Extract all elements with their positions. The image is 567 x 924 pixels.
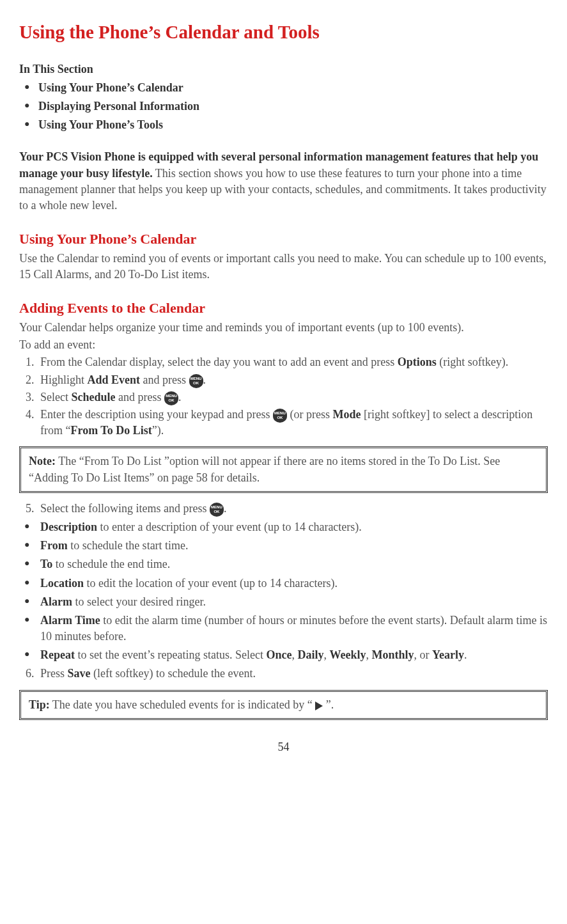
- item-description: Description to enter a description of yo…: [19, 519, 548, 535]
- section-item: Using Your Phone’s Tools: [19, 117, 548, 133]
- menu-ok-icon: MENUOK: [210, 503, 224, 517]
- item-to: To to schedule the end time.: [19, 556, 548, 572]
- note-box: Note: The “From To Do List ”option will …: [19, 446, 548, 492]
- tip-text-b: ”.: [323, 698, 334, 711]
- item-location: Location to edit the location of your ev…: [19, 576, 548, 591]
- tip-box: Tip: The date you have scheduled events …: [19, 690, 548, 720]
- step-1: From the Calendar display, select the da…: [37, 354, 548, 370]
- item-from: From to schedule the start time.: [19, 538, 548, 554]
- tip-label: Tip:: [29, 698, 50, 711]
- menu-ok-icon: MENUOK: [164, 391, 178, 405]
- step-2: Highlight Add Event and press MENUOK.: [37, 372, 548, 388]
- steps-list-6: Press Save (left softkey) to schedule th…: [19, 666, 548, 682]
- intro-paragraph: Your PCS Vision Phone is equipped with s…: [19, 149, 548, 214]
- adding-paragraph: Your Calendar helps organize your time a…: [19, 320, 548, 336]
- tip-text-a: The date you have scheduled events for i…: [50, 698, 316, 711]
- heading-adding-events: Adding Events to the Calendar: [19, 299, 548, 318]
- steps-list: From the Calendar display, select the da…: [19, 354, 548, 439]
- step-3: Select Schedule and press MENUOK.: [37, 389, 548, 405]
- page-title: Using the Phone’s Calendar and Tools: [19, 19, 548, 45]
- item-alarm-time: Alarm Time to edit the alarm time (numbe…: [19, 613, 548, 645]
- item-repeat: Repeat to set the event’s repeating stat…: [19, 647, 548, 663]
- in-this-section-label: In This Section: [19, 61, 548, 77]
- step-6: Press Save (left softkey) to schedule th…: [37, 666, 548, 682]
- page-number: 54: [19, 739, 548, 755]
- section-item: Using Your Phone’s Calendar: [19, 80, 548, 96]
- item-alarm: Alarm to select your desired ringer.: [19, 594, 548, 610]
- heading-calendar: Using Your Phone’s Calendar: [19, 230, 548, 249]
- item-list: Description to enter a description of yo…: [19, 519, 548, 664]
- calendar-paragraph: Use the Calendar to remind you of events…: [19, 251, 548, 283]
- menu-ok-icon: MENUOK: [273, 409, 287, 423]
- steps-list-5: Select the following items and press MEN…: [19, 501, 548, 517]
- play-icon: [315, 701, 323, 710]
- section-list: Using Your Phone’s Calendar Displaying P…: [19, 80, 548, 134]
- menu-ok-icon: MENUOK: [189, 374, 203, 388]
- step-4: Enter the description using your keypad …: [37, 407, 548, 439]
- note-label: Note:: [29, 455, 56, 467]
- to-add-label: To add an event:: [19, 337, 548, 353]
- note-text: The “From To Do List ”option will not ap…: [29, 455, 500, 483]
- section-item: Displaying Personal Information: [19, 98, 548, 114]
- step-5: Select the following items and press MEN…: [37, 501, 548, 517]
